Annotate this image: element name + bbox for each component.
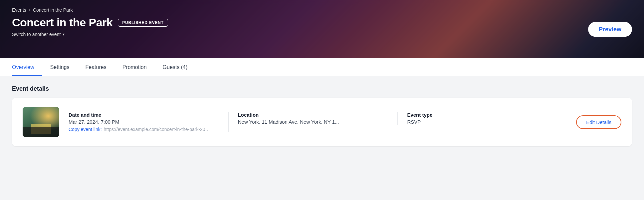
event-type-label: Event type <box>407 112 557 118</box>
tab-features[interactable]: Features <box>78 58 114 76</box>
breadcrumb-current: Concert in the Park <box>33 7 73 13</box>
main-content: Event details Date and time Mar 27, 2024… <box>0 76 644 156</box>
tab-guests[interactable]: Guests (4) <box>155 58 196 76</box>
edit-details-button[interactable]: Edit Details <box>576 115 621 129</box>
published-badge: PUBLISHED EVENT <box>118 19 168 27</box>
switch-event-button[interactable]: Switch to another event ▾ <box>12 32 632 37</box>
switch-event-label: Switch to another event <box>12 32 61 37</box>
tab-promotion[interactable]: Promotion <box>114 58 155 76</box>
breadcrumb-separator: › <box>29 8 30 12</box>
copy-link-url: https://event.example.com/concert-in-the… <box>104 127 210 132</box>
event-type-value: RSVP <box>407 119 557 125</box>
event-card: Date and time Mar 27, 2024, 7:00 PM Copy… <box>12 98 632 146</box>
page-title: Concert in the Park <box>12 16 112 29</box>
hero-section: Events › Concert in the Park Concert in … <box>0 0 644 58</box>
tab-overview[interactable]: Overview <box>12 58 42 76</box>
hero-content: Events › Concert in the Park Concert in … <box>12 7 632 37</box>
section-title: Event details <box>12 85 632 92</box>
thumbnail-crowd <box>23 127 59 137</box>
tabs-list: Overview Settings Features Promotion Gue… <box>12 58 632 76</box>
date-label: Date and time <box>69 112 219 118</box>
event-type-block: Event type RSVP <box>407 112 567 125</box>
date-block: Date and time Mar 27, 2024, 7:00 PM Copy… <box>69 112 229 132</box>
chevron-down-icon: ▾ <box>63 32 65 37</box>
location-label: Location <box>238 112 388 118</box>
tab-settings[interactable]: Settings <box>42 58 78 76</box>
location-value: New York, 11 Madison Ave, New York, NY 1… <box>238 119 388 125</box>
tabs-container: Overview Settings Features Promotion Gue… <box>0 58 644 76</box>
event-thumbnail <box>23 107 59 137</box>
location-block: Location New York, 11 Madison Ave, New Y… <box>238 112 398 125</box>
thumbnail-image <box>23 107 59 137</box>
event-info: Date and time Mar 27, 2024, 7:00 PM Copy… <box>69 112 567 132</box>
breadcrumb-parent[interactable]: Events <box>12 7 26 13</box>
copy-link-row: Copy event link: https://event.example.c… <box>69 127 219 132</box>
breadcrumb: Events › Concert in the Park <box>12 7 632 13</box>
copy-link-button[interactable]: Copy event link: <box>69 127 102 132</box>
hero-title-row: Concert in the Park PUBLISHED EVENT <box>12 16 632 29</box>
preview-button[interactable]: Preview <box>588 22 632 37</box>
date-value: Mar 27, 2024, 7:00 PM <box>69 119 219 125</box>
